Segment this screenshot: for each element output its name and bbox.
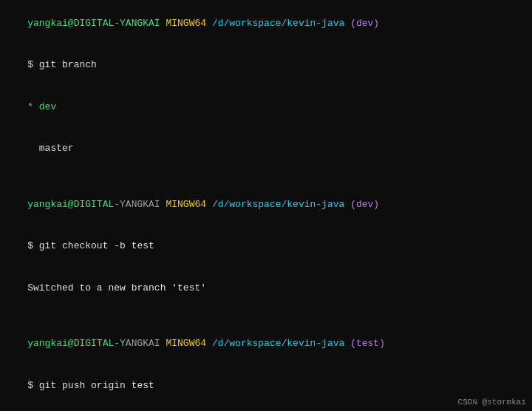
mingw3: MINGW64 (166, 338, 206, 349)
username3: yangkai@DIGITAL-Y (27, 338, 126, 349)
space1 (206, 18, 212, 29)
sp1 (344, 18, 350, 29)
line-prompt1: yangkai@DIGITAL-YANGKAI MINGW64 /d/works… (4, 3, 528, 45)
branch1: (dev) (350, 18, 379, 29)
blurred2: YANGKAI (120, 199, 160, 210)
username1: yangkai@DIGITAL-YANGKAI (27, 18, 160, 29)
line-out1a: * dev (4, 86, 528, 129)
sp3b (206, 338, 212, 349)
branch3: (test) (350, 338, 385, 349)
username2: yangkai@DIGITAL- (27, 199, 120, 210)
mingw2: MINGW64 (166, 199, 206, 210)
branch2: (dev) (350, 199, 379, 210)
mingw1: MINGW64 (166, 18, 206, 29)
line-prompt3: yangkai@DIGITAL-YANGKAI MINGW64 /d/works… (4, 323, 528, 365)
blurred3: ANGKAI (126, 338, 160, 349)
line-out2: Switched to a new branch 'test' (4, 268, 528, 310)
cmd2: $ git checkout -b test (27, 240, 154, 251)
sp3c (344, 338, 350, 349)
line-out1b: master (4, 129, 528, 171)
active-branch: * dev (27, 101, 56, 112)
path2: /d/workspace/kevin-java (212, 199, 344, 210)
watermark: CSDN @stormkai (458, 398, 526, 407)
terminal: yangkai@DIGITAL-YANGKAI MINGW64 /d/works… (0, 0, 532, 411)
blank2 (4, 310, 528, 324)
line-cmd2: $ git checkout -b test (4, 226, 528, 268)
cmd3: $ git push origin test (27, 380, 154, 391)
master-branch: master (27, 143, 73, 154)
line-cmd3: $ git push origin test (4, 365, 528, 407)
sp2c (344, 199, 350, 210)
out2: Switched to a new branch 'test' (27, 282, 206, 293)
line-out3a: Total 0 (delta 0), reused 0 (delta 0), p… (4, 407, 528, 411)
blank1 (4, 170, 528, 184)
line-cmd1: $ git branch (4, 45, 528, 87)
path1: /d/workspace/kevin-java (212, 18, 344, 29)
line-prompt2: yangkai@DIGITAL-YANGKAI MINGW64 /d/works… (4, 184, 528, 226)
sp2b (206, 199, 212, 210)
path3: /d/workspace/kevin-java (212, 338, 344, 349)
cmd1: $ git branch (27, 59, 97, 70)
